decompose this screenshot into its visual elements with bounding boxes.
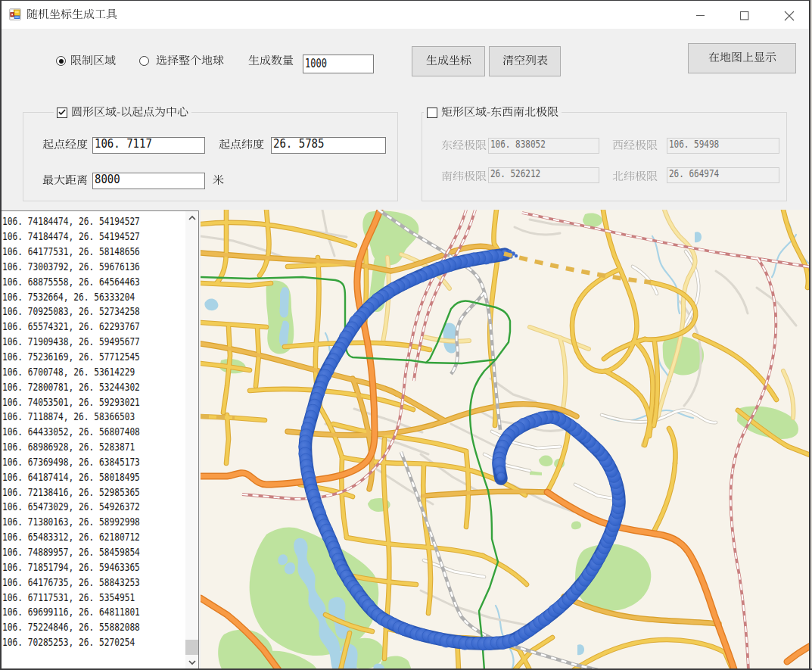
list-item[interactable]: 106. 69699116, 26. 64811801 — [2, 605, 183, 620]
radio-whole-globe[interactable] — [139, 56, 149, 66]
list-item[interactable]: 106. 67369498, 26. 63845173 — [2, 455, 183, 470]
map-panel[interactable] — [201, 210, 810, 670]
circle-area-group: 圆形区域-以起点为中心起点经度106. 7117起点纬度26. 5785最大距离… — [23, 112, 398, 201]
scroll-down-icon — [186, 656, 198, 668]
list-item[interactable]: 106. 6700748, 26. 53614229 — [2, 364, 183, 379]
east-input[interactable]: 106. 838052 — [488, 138, 599, 154]
generate-button[interactable]: 生成坐标 — [412, 46, 485, 76]
coordinate-listbox[interactable]: 106. 74184474, 26. 54194527106. 74184474… — [1, 210, 199, 669]
window-title: 随机坐标生成工具 — [26, 9, 117, 22]
list-item[interactable]: 106. 70925083, 26. 52734258 — [2, 304, 183, 319]
lon-input[interactable]: 106. 7117 — [92, 137, 205, 154]
lat-label: 起点纬度 — [219, 139, 264, 152]
list-item[interactable]: 106. 71851794, 26. 59463365 — [2, 559, 183, 575]
count-label: 生成数量 — [248, 55, 294, 68]
count-input[interactable]: 1000 — [303, 55, 374, 73]
dist-unit: 米 — [213, 175, 224, 188]
generate-button-label: 生成坐标 — [426, 55, 471, 68]
show-on-map-button[interactable]: 在地图上显示 — [688, 43, 796, 73]
maximize-icon — [726, 1, 762, 30]
west-input[interactable]: 106. 59498 — [667, 138, 779, 154]
map-image[interactable] — [201, 210, 810, 670]
radio-dot — [59, 59, 64, 64]
titlebar: 随机坐标生成工具 — [2, 1, 810, 29]
scroll-down-button[interactable] — [185, 656, 198, 668]
rect-area-group: 矩形区域-东西南北极限东经极限106. 838052西经极限106. 59498… — [422, 112, 787, 201]
coordinate-list: 106. 74184474, 26. 54194527106. 74184474… — [2, 214, 183, 650]
radio-limit-area-label: 限制区域 — [70, 55, 116, 68]
list-item[interactable]: 106. 71909438, 26. 59495677 — [2, 335, 183, 350]
list-item[interactable]: 106. 64176735, 26. 58843253 — [2, 575, 183, 590]
minimize-icon — [683, 1, 718, 30]
minimize-button[interactable] — [683, 1, 718, 30]
list-item[interactable]: 106. 75236169, 26. 57712545 — [2, 350, 183, 365]
list-item[interactable]: 106. 71380163, 26. 58992998 — [2, 515, 183, 530]
radio-limit-area[interactable] — [56, 56, 66, 66]
dist-input[interactable]: 8000 — [92, 173, 205, 189]
south-label: 南纬极限 — [441, 171, 487, 184]
list-item[interactable]: 106. 73003792, 26. 59676136 — [2, 260, 183, 275]
clear-button[interactable]: 清空列表 — [489, 46, 561, 76]
list-item[interactable]: 106. 74053501, 26. 59293021 — [2, 394, 183, 410]
list-item[interactable]: 106. 68875558, 26. 64564463 — [2, 274, 183, 289]
list-item[interactable]: 106. 65574321, 26. 62293767 — [2, 319, 183, 335]
app-window: 随机坐标生成工具限制区域选择整个地球生成数量1000生成坐标清空列表在地图上显示… — [0, 0, 812, 670]
close-icon — [771, 1, 807, 30]
circle-area-checkbox[interactable] — [57, 108, 67, 118]
north-input[interactable]: 26. 664974 — [667, 167, 779, 183]
radio-whole-globe-label: 选择整个地球 — [156, 55, 224, 68]
list-item[interactable]: 106. 74184474, 26. 54194527 — [2, 214, 183, 229]
list-item[interactable]: 106. 74889957, 26. 58459854 — [2, 545, 183, 560]
app-icon — [9, 8, 21, 20]
list-item[interactable]: 106. 65483312, 26. 62180712 — [2, 530, 183, 545]
rect-area-title: 矩形区域-东西南北极限 — [441, 107, 558, 120]
close-button[interactable] — [771, 1, 807, 30]
list-item[interactable]: 106. 72138416, 26. 52985365 — [2, 485, 183, 500]
list-item[interactable]: 106. 65473029, 26. 54926372 — [2, 500, 183, 515]
list-item[interactable]: 106. 70285253, 26. 5270254 — [2, 635, 183, 650]
list-item[interactable]: 106. 7118874, 26. 58366503 — [2, 410, 183, 425]
lat-input[interactable]: 26. 5785 — [271, 137, 386, 154]
list-item[interactable]: 106. 75224846, 26. 55882088 — [2, 620, 183, 635]
show-on-map-button-label: 在地图上显示 — [708, 52, 776, 65]
east-label: 东经极限 — [441, 140, 487, 153]
west-label: 西经极限 — [612, 140, 658, 153]
maximize-button[interactable] — [726, 1, 762, 30]
north-label: 北纬极限 — [612, 171, 658, 184]
list-item[interactable]: 106. 64177531, 26. 58148656 — [2, 245, 183, 260]
list-item[interactable]: 106. 67117531, 26. 5354951 — [2, 590, 183, 605]
scroll-up-icon — [186, 212, 198, 224]
scroll-up-button[interactable] — [185, 211, 198, 224]
dist-label: 最大距离 — [42, 175, 88, 188]
clear-button-label: 清空列表 — [502, 55, 548, 68]
rect-area-checkbox[interactable] — [427, 108, 437, 118]
list-item[interactable]: 106. 74184474, 26. 54194527 — [2, 229, 183, 245]
list-item[interactable]: 106. 64433052, 26. 56807408 — [2, 425, 183, 440]
circle-area-title: 圆形区域-以起点为中心 — [71, 107, 188, 120]
lon-label: 起点经度 — [42, 139, 88, 152]
list-item[interactable]: 106. 72800781, 26. 53244302 — [2, 379, 183, 394]
checkmark-icon — [57, 107, 67, 117]
list-item[interactable]: 106. 64187414, 26. 58018495 — [2, 469, 183, 485]
scrollbar[interactable] — [185, 211, 198, 668]
scrollbar-thumb[interactable] — [185, 640, 198, 655]
list-item[interactable]: 106. 68986928, 26. 5283871 — [2, 440, 183, 455]
south-input[interactable]: 26. 526212 — [488, 167, 599, 183]
list-item[interactable]: 106. 7532664, 26. 56333204 — [2, 289, 183, 304]
